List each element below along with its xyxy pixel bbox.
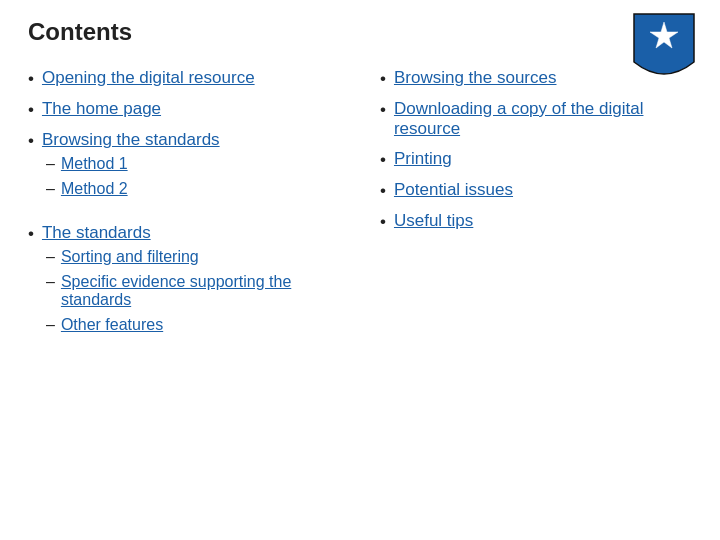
right-item-potential-issues: • Potential issues (380, 180, 692, 201)
content-columns: • Opening the digital resource • The hom… (28, 68, 692, 359)
link-home[interactable]: The home page (42, 99, 161, 119)
page-title: Contents (28, 18, 692, 46)
sub-item-method2: – Method 2 (46, 180, 128, 198)
right-item-printing: • Printing (380, 149, 692, 170)
list-item-home: • The home page (28, 99, 350, 120)
link-specific[interactable]: Specific evidence supporting the standar… (61, 273, 350, 309)
main-list: • Opening the digital resource • The hom… (28, 68, 350, 349)
dash-sorting: – (46, 248, 55, 266)
dash-method1: – (46, 155, 55, 173)
right-list: • Browsing the sources • Downloading a c… (380, 68, 692, 232)
link-sorting[interactable]: Sorting and filtering (61, 248, 199, 266)
bullet-opening: • (28, 69, 34, 89)
sub-item-other: – Other features (46, 316, 350, 334)
dash-other: – (46, 316, 55, 334)
sub-item-method1: – Method 1 (46, 155, 128, 173)
link-printing[interactable]: Printing (394, 149, 452, 169)
list-item-opening: • Opening the digital resource (28, 68, 350, 89)
left-column: • Opening the digital resource • The hom… (28, 68, 360, 359)
shield-logo (630, 10, 698, 90)
link-browsing[interactable]: Browsing the standards (42, 130, 220, 150)
bullet-right-1: • (380, 69, 386, 89)
bullet-browsing: • (28, 131, 34, 151)
sub-item-sorting: – Sorting and filtering (46, 248, 350, 266)
list-item-browsing: • Browsing the standards – Method 1 – Me… (28, 130, 350, 213)
bullet-home: • (28, 100, 34, 120)
link-downloading[interactable]: Downloading a copy of the digital resour… (394, 99, 692, 139)
link-other[interactable]: Other features (61, 316, 163, 334)
page: Contents • Opening the digital resource … (0, 0, 720, 540)
bullet-right-3: • (380, 150, 386, 170)
bullet-the-standards: • (28, 224, 34, 244)
link-useful-tips[interactable]: Useful tips (394, 211, 473, 231)
shield-svg (630, 10, 698, 90)
link-browsing-sources[interactable]: Browsing the sources (394, 68, 557, 88)
sub-item-specific: – Specific evidence supporting the stand… (46, 273, 350, 309)
dash-specific: – (46, 273, 55, 291)
link-potential-issues[interactable]: Potential issues (394, 180, 513, 200)
standards-sub-list: – Sorting and filtering – Specific evide… (46, 248, 350, 341)
browsing-sub-list: – Method 1 – Method 2 (46, 155, 128, 205)
link-opening[interactable]: Opening the digital resource (42, 68, 255, 88)
right-item-downloading: • Downloading a copy of the digital reso… (380, 99, 692, 139)
link-the-standards[interactable]: The standards (42, 223, 151, 243)
link-method1[interactable]: Method 1 (61, 155, 128, 173)
bullet-right-5: • (380, 212, 386, 232)
bullet-right-4: • (380, 181, 386, 201)
bullet-right-2: • (380, 100, 386, 120)
right-column: • Browsing the sources • Downloading a c… (360, 68, 692, 359)
list-item-the-standards: • The standards – Sorting and filtering … (28, 223, 350, 349)
dash-method2: – (46, 180, 55, 198)
right-item-useful-tips: • Useful tips (380, 211, 692, 232)
link-method2[interactable]: Method 2 (61, 180, 128, 198)
